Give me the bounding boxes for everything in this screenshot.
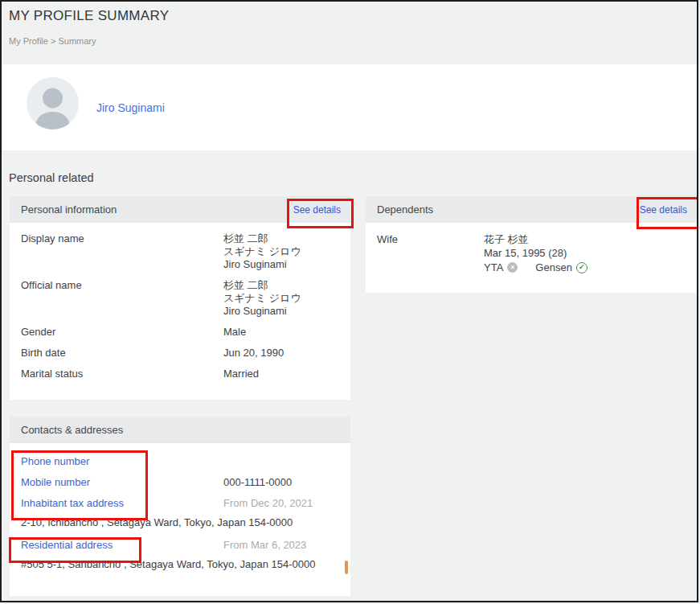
- phone-number-link[interactable]: Phone number: [21, 455, 89, 467]
- field-value-line: Jiro Suginami: [223, 305, 301, 318]
- page-header: MY PROFILE SUMMARY My Profile > Summary: [2, 2, 697, 64]
- field-label: Marital status: [21, 368, 223, 380]
- inhabitant-tax-address-link[interactable]: Inhabitant tax address: [21, 497, 124, 509]
- field-row-marital-status: Marital status Married: [21, 368, 342, 380]
- app-window: MY PROFILE SUMMARY My Profile > Summary …: [0, 0, 698, 602]
- personal-information-see-details-link[interactable]: See details: [293, 204, 341, 216]
- field-value-line: Jiro Suginami: [223, 258, 301, 271]
- residential-address-value: #505 5-1, Sanbancho , Setagaya Ward, Tok…: [10, 558, 350, 571]
- field-value: 杉並 二郎 スギナミ ジロウ Jiro Suginami: [223, 232, 301, 271]
- field-label: Gender: [21, 326, 223, 339]
- dependent-details: 花子 杉並 Mar 15, 1995 (28) YTA Gensen: [484, 232, 587, 274]
- field-row-birth-date: Birth date Jun 20, 1990: [21, 347, 342, 360]
- mobile-number-link[interactable]: Mobile number: [21, 476, 90, 488]
- field-row-display-name: Display name 杉並 二郎 スギナミ ジロウ Jiro Suginam…: [21, 232, 342, 271]
- dependent-name: 花子 杉並: [484, 232, 587, 246]
- field-label: Birth date: [21, 347, 223, 360]
- field-value-line: 杉並 二郎: [223, 232, 301, 245]
- inhabitant-tax-address-value: 2-10, Ichibancho , Setagaya Ward, Tokyo,…: [10, 516, 350, 529]
- field-value-line: スギナミ ジロウ: [223, 245, 301, 258]
- left-column: Personal information See details Display…: [10, 196, 350, 596]
- dependent-row-wife: Wife 花子 杉並 Mar 15, 1995 (28) YTA Gensen: [377, 232, 689, 274]
- person-silhouette-icon: [27, 77, 79, 129]
- dependent-status-badges: YTA Gensen: [484, 261, 587, 274]
- mobile-number-row: Mobile number 000-1111-0000: [10, 472, 350, 493]
- inhabitant-tax-address-row: Inhabitant tax address From Dec 20, 2021: [10, 493, 350, 514]
- panel-title: Contacts & addresses: [21, 424, 123, 436]
- field-value: Married: [223, 368, 259, 380]
- panel-title: Dependents: [377, 203, 433, 216]
- field-value: 杉並 二郎 スギナミ ジロウ Jiro Suginami: [223, 279, 301, 318]
- mobile-number-value: 000-1111-0000: [223, 476, 292, 489]
- field-row-official-name: Official name 杉並 二郎 スギナミ ジロウ Jiro Sugina…: [21, 279, 342, 318]
- field-row-gender: Gender Male: [21, 326, 342, 339]
- dependents-panel: Dependents See details Wife 花子 杉並 Mar 15…: [366, 196, 697, 293]
- personal-information-panel: Personal information See details Display…: [10, 196, 350, 400]
- personal-information-header: Personal information See details: [10, 196, 350, 223]
- right-column: Dependents See details Wife 花子 杉並 Mar 15…: [366, 196, 697, 293]
- breadcrumb: My Profile > Summary: [9, 36, 96, 46]
- yta-label: YTA: [484, 261, 503, 274]
- phone-number-row: Phone number: [10, 451, 350, 472]
- profile-header: Jiro Suginami: [2, 64, 697, 150]
- residential-address-row: Residential address From Mar 6, 2023: [10, 535, 350, 556]
- check-circle-icon: [576, 262, 587, 273]
- field-label: Display name: [21, 232, 223, 245]
- inhabitant-tax-address-from-date: From Dec 20, 2021: [223, 497, 313, 510]
- field-value: Male: [223, 326, 246, 339]
- dependent-birth-date: Mar 15, 1995 (28): [484, 246, 587, 260]
- field-label: Official name: [21, 279, 223, 292]
- section-title: Personal related: [9, 171, 94, 184]
- scrollbar-thumb[interactable]: [345, 561, 348, 574]
- field-value: Jun 20, 1990: [223, 347, 284, 360]
- contacts-addresses-body: Phone number Mobile number 000-1111-0000…: [10, 443, 350, 596]
- residential-address-link[interactable]: Residential address: [21, 539, 113, 551]
- avatar: [27, 77, 79, 129]
- panel-title: Personal information: [21, 203, 117, 216]
- dependents-body: Wife 花子 杉並 Mar 15, 1995 (28) YTA Gensen: [366, 223, 697, 293]
- page-title: MY PROFILE SUMMARY: [9, 8, 169, 24]
- profile-name-link[interactable]: Jiro Suginami: [96, 101, 165, 114]
- residential-address-from-date: From Mar 6, 2023: [223, 539, 306, 552]
- gensen-label: Gensen: [535, 261, 572, 274]
- main-content: Personal related Personal information Se…: [2, 150, 697, 601]
- field-value-line: 杉並 二郎: [223, 279, 301, 292]
- dependents-header: Dependents See details: [366, 196, 697, 223]
- dependents-see-details-link[interactable]: See details: [640, 204, 687, 216]
- contacts-addresses-panel: Contacts & addresses Phone number Mobile…: [10, 417, 350, 596]
- field-value-line: スギナミ ジロウ: [223, 292, 301, 305]
- dependent-relation: Wife: [377, 232, 484, 246]
- x-circle-icon: [507, 262, 518, 273]
- contacts-addresses-header: Contacts & addresses: [10, 417, 350, 443]
- personal-information-body: Display name 杉並 二郎 スギナミ ジロウ Jiro Suginam…: [10, 223, 350, 400]
